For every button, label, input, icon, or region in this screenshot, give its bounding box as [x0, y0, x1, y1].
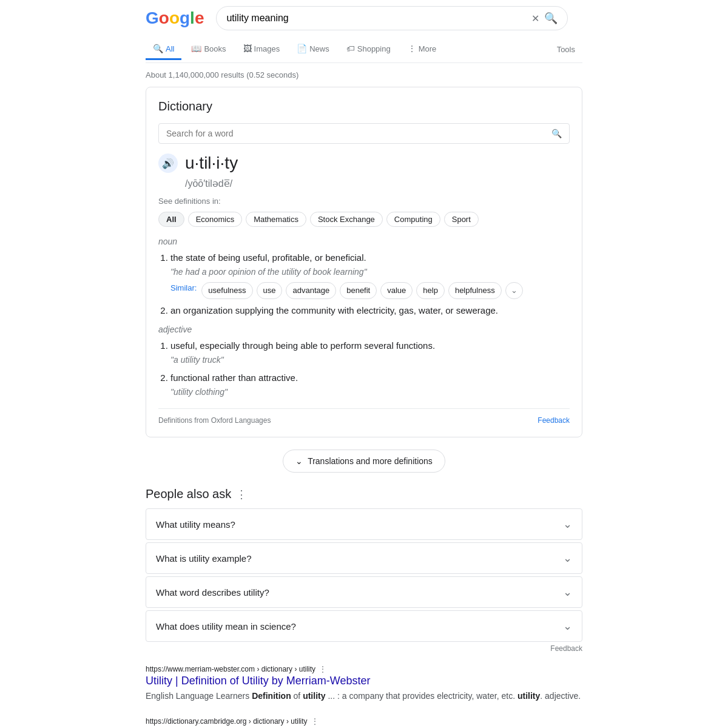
nav-icon-shopping: 🏷 [346, 44, 355, 53]
oxford-credit: Definitions from Oxford Languages [158, 416, 271, 425]
word-search-icon[interactable]: 🔍 [551, 129, 562, 138]
result-item-1: https://www.merriam-webster.com › dictio… [146, 665, 582, 703]
nav-icon-images: 🖼 [243, 44, 252, 53]
word-search-bar: 🔍 [158, 123, 570, 144]
dictionary-box: Dictionary 🔍 🔊 u·til·i·ty /yōō′tiləde̅/ … [146, 87, 582, 437]
logo-letter: o [169, 8, 180, 27]
pill-stock-exchange[interactable]: Stock Exchange [310, 212, 383, 227]
word-search-input[interactable] [166, 129, 551, 138]
nav-icon-books: 📖 [191, 44, 201, 53]
nav-item-images[interactable]: 🖼 Images [236, 39, 288, 60]
word-phonetic: /yōō′tiləde̅/ [185, 178, 570, 189]
logo-letter: o [159, 8, 169, 27]
paa-feedback[interactable]: Feedback [146, 644, 582, 653]
nav-item-news[interactable]: 📄 News [289, 39, 337, 60]
people-also-ask-section: People also ask ⋮ What utility means? ⌄ … [146, 487, 582, 653]
paa-question-1[interactable]: What utility means? ⌄ [146, 509, 582, 539]
similar-pills: usefulness use advantage benefit value h… [201, 282, 522, 299]
nav-icon-more: ⋮ [408, 44, 416, 53]
noun-definition-2: an organization supplying the community … [170, 304, 570, 318]
nav-item-more[interactable]: ⋮ More [400, 39, 444, 60]
nav-tools-button[interactable]: Tools [550, 40, 582, 59]
paa-title: People also ask [146, 487, 231, 501]
paa-item-1: What utility means? ⌄ [146, 508, 582, 540]
similar-pill-benefit[interactable]: benefit [340, 282, 377, 299]
adj-def-text-2: functional rather than attractive. [170, 372, 298, 383]
nav-icon-news: 📄 [297, 44, 307, 53]
noun-definitions: the state of being useful, profitable, o… [158, 251, 570, 317]
search-input[interactable] [226, 13, 527, 24]
noun-def-text-2: an organization supplying the community … [170, 305, 498, 315]
adjective-definition-2: functional rather than attractive. "util… [170, 371, 570, 399]
paa-header: People also ask ⋮ [146, 487, 582, 501]
chevron-down-icon-3: ⌄ [563, 585, 572, 599]
result-item-2: https://dictionary.cambridge.org › dicti… [146, 717, 582, 728]
similar-pill-usefulness[interactable]: usefulness [201, 282, 252, 299]
paa-item-4: What does utility mean in science? ⌄ [146, 610, 582, 642]
paa-item-3: What word describes utility? ⌄ [146, 576, 582, 608]
result-options-icon-2[interactable]: ⋮ [311, 717, 318, 726]
translations-button[interactable]: ⌄ Translations and more definitions [283, 450, 445, 473]
word-header: 🔊 u·til·i·ty [158, 153, 570, 173]
logo-letter: G [146, 8, 159, 27]
paa-options-icon[interactable]: ⋮ [236, 488, 247, 501]
adjective-definitions: useful, especially through being able to… [158, 339, 570, 399]
definitions-label: See definitions in: [158, 197, 570, 206]
pill-computing[interactable]: Computing [386, 212, 440, 227]
search-icon[interactable]: 🔍 [544, 12, 558, 25]
nav-icon-all: 🔍 [153, 44, 163, 53]
similar-pill-value[interactable]: value [380, 282, 413, 299]
result-url-2: https://dictionary.cambridge.org › dicti… [146, 717, 582, 726]
adjective-label: adjective [158, 325, 570, 334]
noun-def-text-1: the state of being useful, profitable, o… [170, 252, 366, 263]
pill-sport[interactable]: Sport [444, 212, 479, 227]
similar-row: Similar: usefulness use advantage benefi… [170, 282, 570, 299]
similar-expand-button[interactable]: ⌄ [505, 282, 523, 299]
noun-def-example-1: "he had a poor opinion of the utility of… [170, 267, 367, 277]
chevron-down-icon-1: ⌄ [563, 517, 572, 531]
paa-question-text-1: What utility means? [156, 519, 235, 530]
paa-question-text-4: What does utility mean in science? [156, 621, 296, 632]
result-title-1[interactable]: Utility | Definition of Utility by Merri… [146, 675, 582, 687]
adjective-definition-1: useful, especially through being able to… [170, 339, 570, 366]
similar-pill-help[interactable]: help [416, 282, 445, 299]
paa-question-text-3: What word describes utility? [156, 587, 269, 598]
result-url-1: https://www.merriam-webster.com › dictio… [146, 665, 582, 673]
pill-mathematics[interactable]: Mathematics [246, 212, 306, 227]
nav-item-all[interactable]: 🔍 All [146, 39, 181, 60]
oxford-footer: Definitions from Oxford Languages Feedba… [158, 408, 570, 425]
similar-pill-helpfulness[interactable]: helpfulness [448, 282, 502, 299]
chevron-down-icon-2: ⌄ [563, 551, 572, 565]
category-pills: All Economics Mathematics Stock Exchange… [158, 212, 570, 227]
results-count: About 1,140,000,000 results (0.52 second… [146, 63, 582, 87]
dictionary-title: Dictionary [158, 99, 570, 113]
adj-def-example-1: "a utility truck" [170, 355, 224, 365]
result-options-icon-1[interactable]: ⋮ [319, 665, 326, 673]
google-logo: Google [146, 8, 204, 28]
chevron-down-icon: ⌄ [295, 456, 303, 466]
clear-icon[interactable]: ✕ [531, 13, 539, 24]
adj-def-example-2: "utility clothing" [170, 387, 228, 397]
nav-item-books[interactable]: 📖 Books [184, 39, 233, 60]
chevron-down-icon-4: ⌄ [563, 619, 572, 633]
logo-letter: g [180, 8, 190, 27]
adj-def-text-1: useful, especially through being able to… [170, 340, 435, 351]
dictionary-feedback-link[interactable]: Feedback [538, 416, 570, 425]
noun-definition-1: the state of being useful, profitable, o… [170, 251, 570, 299]
pill-all[interactable]: All [158, 212, 184, 227]
similar-pill-use[interactable]: use [257, 282, 283, 299]
logo-letter: e [195, 8, 204, 27]
search-bar: ✕ 🔍 [216, 6, 568, 30]
logo-letter: l [190, 8, 195, 27]
pill-economics[interactable]: Economics [188, 212, 243, 227]
noun-label: noun [158, 237, 570, 246]
similar-pill-advantage[interactable]: advantage [286, 282, 336, 299]
word-title: u·til·i·ty [185, 153, 238, 173]
nav-item-shopping[interactable]: 🏷 Shopping [339, 39, 398, 60]
paa-question-2[interactable]: What is utility example? ⌄ [146, 543, 582, 573]
paa-question-4[interactable]: What does utility mean in science? ⌄ [146, 611, 582, 641]
paa-item-2: What is utility example? ⌄ [146, 542, 582, 574]
speaker-button[interactable]: 🔊 [158, 153, 178, 173]
paa-question-3[interactable]: What word describes utility? ⌄ [146, 577, 582, 607]
nav-bar: 🔍 All 📖 Books 🖼 Images 📄 News 🏷 Shopping… [146, 36, 582, 63]
